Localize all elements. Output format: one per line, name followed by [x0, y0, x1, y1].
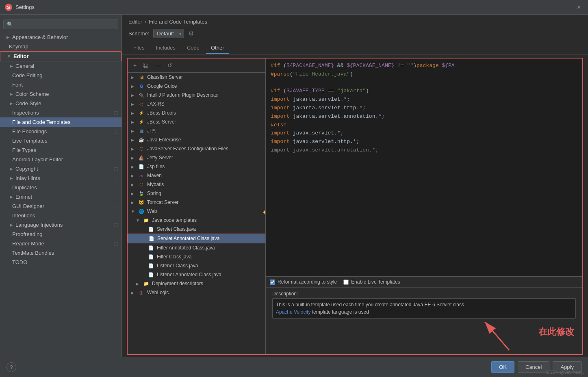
reset-button[interactable]: ↺	[165, 61, 175, 70]
sidebar-item-textmate-bundles[interactable]: TextMate Bundles	[0, 248, 122, 258]
tree-item-maven[interactable]: ▶ m Maven	[128, 171, 265, 180]
tree-item-tomcat[interactable]: ▶ 🐱 Tomcat Server	[128, 198, 265, 207]
sidebar-item-color-scheme[interactable]: ▶ Color Scheme	[0, 89, 122, 99]
arrow-icon: ▶	[131, 290, 136, 295]
tree-item-mybatis[interactable]: ▶ ⬡ Mybatis	[128, 180, 265, 189]
close-button[interactable]: ×	[575, 3, 583, 12]
arrow-icon: ▶	[131, 173, 136, 178]
right-panel: Editor › File and Code Templates Scheme:…	[122, 15, 588, 357]
sidebar-item-file-types[interactable]: File Types	[0, 145, 122, 155]
tree-item-label: JBoss Drools	[147, 110, 176, 116]
sidebar-item-todo[interactable]: TODO	[0, 258, 122, 267]
sidebar-item-gui-designer[interactable]: GUI Designer ⬚	[0, 202, 122, 211]
sidebar-item-label: Android Layout Editor	[12, 156, 63, 162]
tree-item-jboss-server[interactable]: ▶ ⚡ JBoss Server	[128, 117, 265, 126]
tree-item-listener-annotated[interactable]: 📄 Listener Annotated Class.java	[128, 270, 265, 279]
sidebar-item-inlay-hints[interactable]: ▶ Inlay Hints ⬚	[0, 173, 122, 183]
tree-item-listener-class[interactable]: 📄 Listener Class.java	[128, 261, 265, 270]
code-line-1: #if (${PACKAGE_NAME} && ${PACKAGE_NAME} …	[271, 62, 577, 70]
sidebar-item-label: File Types	[12, 147, 36, 153]
tree-item-web[interactable]: ▼ 🌐 Web	[128, 207, 265, 216]
tree-item-servlet-class[interactable]: 📄 Servlet Class.java	[128, 225, 265, 234]
arrow-icon: ▶	[10, 167, 13, 171]
remove-button[interactable]: —	[153, 61, 163, 70]
scheme-select[interactable]: Default Project	[153, 29, 184, 38]
arrow-icon: ▼	[7, 54, 11, 58]
tree-item-deployment-descriptors[interactable]: ▶ 📁 Deployment descriptors	[128, 279, 265, 288]
jsp-icon: 📄	[138, 163, 145, 170]
tab-includes[interactable]: Includes	[151, 42, 180, 54]
sidebar-item-label: Appearance & Behavior	[12, 34, 68, 40]
search-input[interactable]	[3, 20, 118, 29]
apache-velocity-link[interactable]: Apache Velocity	[276, 309, 310, 315]
sidebar-item-intentions[interactable]: Intentions	[0, 211, 122, 220]
tree-item-servlet-annotated[interactable]: 📄 Servlet Annotated Class.java	[128, 234, 265, 243]
sidebar-item-label: Duplicates	[12, 184, 37, 191]
tab-files[interactable]: Files	[128, 42, 149, 54]
arrow-icon: ▶	[10, 223, 13, 227]
arrow-icon: ▶	[131, 120, 136, 124]
sidebar-item-inspections[interactable]: Inspections ⬚	[0, 108, 122, 117]
arrow-icon: ▶	[7, 35, 10, 39]
arrow-icon: ▶	[10, 195, 13, 199]
tab-code[interactable]: Code	[182, 42, 204, 54]
tree-item-jpa[interactable]: ▶ ▦ JPA	[128, 126, 265, 135]
cancel-button[interactable]: Cancel	[518, 361, 549, 373]
tree-item-filter-annotated[interactable]: 📄 Filter Annotated Class.java	[128, 243, 265, 252]
sidebar-item-android-layout[interactable]: Android Layout Editor	[0, 155, 122, 164]
sidebar-item-appearance[interactable]: ▶ Appearance & Behavior	[0, 32, 122, 42]
sidebar-item-duplicates[interactable]: Duplicates	[0, 183, 122, 192]
sidebar-item-label: File Encodings	[12, 128, 47, 134]
ok-button[interactable]: OK	[491, 361, 514, 373]
code-content[interactable]: #if (${PACKAGE_NAME} && ${PACKAGE_NAME} …	[266, 58, 582, 276]
tab-other[interactable]: Other	[206, 42, 229, 54]
tree-item-java-enterprise[interactable]: ▶ ☕ Java Enterprise	[128, 135, 265, 144]
tree-item-java-code-templates[interactable]: ▼ 📁 Java code templates	[128, 216, 265, 225]
sidebar-item-code-editing[interactable]: Code Editing	[0, 71, 122, 80]
code-editor[interactable]: #if (${PACKAGE_NAME} && ${PACKAGE_NAME} …	[266, 58, 582, 287]
live-templates-checkbox-row: Enable Live Templates	[343, 279, 400, 285]
tree-item-google-guice[interactable]: ▶ G Google Guice	[128, 82, 265, 91]
sidebar-item-keymap[interactable]: Keymap	[0, 42, 122, 51]
sidebar-item-file-encodings[interactable]: File Encodings ⬚	[0, 127, 122, 136]
annotation-arrow-svg	[477, 322, 517, 354]
gear-icon[interactable]: ⚙	[188, 30, 194, 37]
sidebar-item-label: Code Editing	[12, 72, 42, 78]
tree-item-glassfish[interactable]: ▶ 🖥 Glassfish Server	[128, 73, 265, 82]
breadcrumb-parent: Editor	[128, 19, 142, 25]
sidebar-item-copyright[interactable]: ▶ Copyright ⬚	[0, 164, 122, 173]
title-bar-left: S Settings	[5, 4, 35, 11]
sidebar-item-reader-mode[interactable]: Reader Mode ⬚	[0, 239, 122, 248]
arrow-icon: ▼	[131, 209, 136, 214]
reformat-checkbox[interactable]	[270, 280, 275, 285]
tree-item-spring[interactable]: ▶ 🍃 Spring	[128, 189, 265, 198]
sidebar-item-label: General	[15, 63, 34, 69]
copy-button[interactable]: ⿻	[141, 61, 151, 70]
breadcrumb-separator: ›	[145, 19, 146, 25]
sidebar-item-proofreading[interactable]: Proofreading	[0, 230, 122, 239]
tree-item-jsf[interactable]: ▶ ⬡ JavaServer Faces Configuration Files	[128, 144, 265, 153]
sidebar-item-live-templates[interactable]: Live Templates	[0, 136, 122, 145]
tree-item-weblogic[interactable]: ▶ ◎ WebLogic	[128, 288, 265, 297]
sidebar-item-font[interactable]: Font	[0, 80, 122, 89]
sidebar-item-label: Code Style	[15, 100, 41, 106]
sidebar-item-general[interactable]: ▶ General	[0, 61, 122, 71]
sidebar-item-code-style[interactable]: ▶ Code Style	[0, 99, 122, 108]
help-button[interactable]: ?	[7, 362, 16, 372]
sidebar-item-file-code-templates[interactable]: File and Code Templates	[0, 117, 122, 127]
tree-item-label: JPA	[147, 128, 156, 134]
tree-item-filter-class[interactable]: 📄 Filter Class.java	[128, 252, 265, 261]
code-line-10: import javax.servlet.http.*;	[271, 138, 577, 146]
live-templates-checkbox[interactable]	[343, 280, 349, 285]
sidebar-item-editor[interactable]: ▼ Editor	[0, 51, 122, 61]
tree-item-jsp[interactable]: ▶ 📄 Jsp files	[128, 162, 265, 171]
tree-item-jetty[interactable]: ▶ ⛵ Jetty Server	[128, 153, 265, 162]
tree-item-jax-rs[interactable]: ▶ ◎ JAX-RS	[128, 100, 265, 108]
sidebar-item-emmet[interactable]: ▶ Emmet	[0, 192, 122, 202]
add-button[interactable]: +	[131, 61, 139, 70]
tree-item-intellij-plugin[interactable]: ▶ 🔌 IntelliJ Platform Plugin Descriptor	[128, 91, 265, 100]
copy-icon: ⬚	[114, 110, 118, 115]
tree-item-jboss-drools[interactable]: ▶ ⚡ JBoss Drools	[128, 108, 265, 117]
code-line-3	[271, 79, 577, 87]
sidebar-item-language-injections[interactable]: ▶ Language Injections ⬚	[0, 220, 122, 230]
